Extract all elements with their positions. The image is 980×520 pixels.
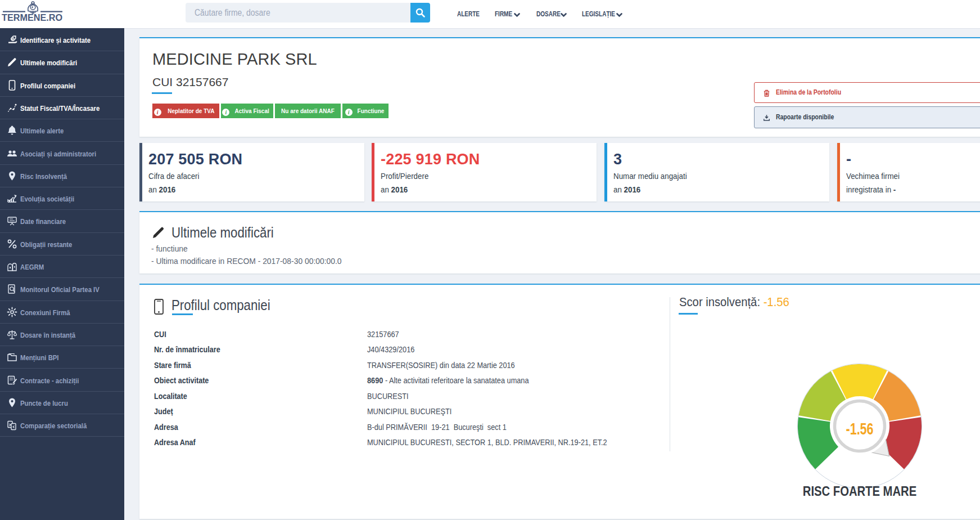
- svg-text:TERMENE.RO: TERMENE.RO: [2, 13, 62, 23]
- svg-text:-1.56: -1.56: [846, 419, 874, 437]
